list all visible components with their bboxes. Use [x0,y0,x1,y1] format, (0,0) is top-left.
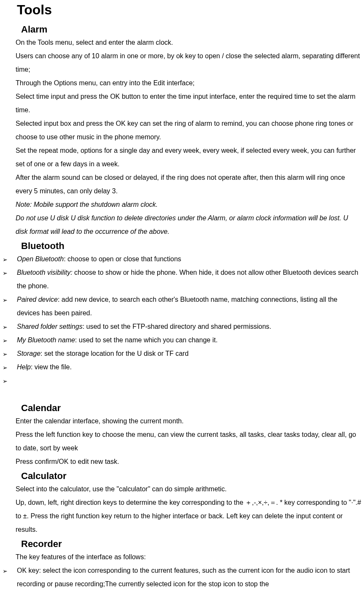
calendar-section-title: Calendar [0,401,364,414]
bullet-text: OK key: select the icon corresponding to… [17,564,364,591]
bullet-text: My Bluetooth name: used to set the name … [17,333,220,347]
bullet-text: Help: view the file. [17,360,74,374]
recorder-section-title: Recorder [0,536,364,550]
bluetooth-list-item: ➢ Storage: set the storage location for … [0,347,364,360]
alarm-paragraph: On the Tools menu, select and enter the … [0,36,364,49]
bluetooth-section-title: Bluetooth [0,238,364,252]
bullet-text: Storage: set the storage location for th… [17,347,191,360]
bluetooth-list-item: ➢ Paired device: add new device, to sear… [0,293,364,320]
alarm-paragraph: Selected input box and press the OK key … [0,117,364,144]
bullet-text: Open Bluetooth: choose to open or close … [17,252,183,266]
calculator-paragraph: Select into the calculator, use the "cal… [0,482,364,496]
bullet-text: Bluetooth visibility: choose to show or … [17,266,364,293]
calendar-paragraph: Enter the calendar interface, showing th… [0,414,364,428]
alarm-paragraph: Select time input and press the OK butto… [0,90,364,117]
alarm-section-title: Alarm [0,22,364,36]
bullet-icon: ➢ [3,564,17,577]
bluetooth-list-item: ➢ My Bluetooth name: used to set the nam… [0,333,364,347]
bullet-text: Paired device: add new device, to search… [17,293,364,320]
alarm-paragraph: Users can choose any of 10 alarm in one … [0,49,364,76]
bullet-icon: ➢ [3,347,17,360]
bluetooth-list-item-empty: ➢ [0,374,364,387]
alarm-paragraph: After the alarm sound can be closed or d… [0,171,364,198]
bullet-icon: ➢ [3,374,17,387]
bullet-icon: ➢ [3,360,17,374]
bluetooth-list-item: ➢ Open Bluetooth: choose to open or clos… [0,252,364,266]
bullet-text: Shared folder settings: used to set the … [17,320,273,333]
alarm-paragraph: Through the Options menu, can entry into… [0,76,364,90]
recorder-paragraph: The key features of the interface as fol… [0,550,364,564]
bluetooth-list-item: ➢ Shared folder settings: used to set th… [0,320,364,333]
bluetooth-list-item: ➢ Bluetooth visibility: choose to show o… [0,266,364,293]
bullet-icon: ➢ [3,293,17,306]
bluetooth-list-item: ➢ Help: view the file. [0,360,364,374]
recorder-list-item: ➢ OK key: select the icon corresponding … [0,564,364,591]
bullet-icon: ➢ [3,320,17,333]
calculator-paragraph: Up, down, left, right direction keys to … [0,496,364,536]
calendar-paragraph: Press confirm/OK to edit new task. [0,455,364,468]
bullet-icon: ➢ [3,333,17,347]
main-title: Tools [0,0,364,22]
alarm-paragraph: Set the repeat mode, options for a singl… [0,144,364,171]
alarm-note: Note: Mobile support the shutdown alarm … [0,198,364,211]
calculator-section-title: Calculator [0,468,364,482]
bullet-icon: ➢ [3,266,17,279]
calendar-paragraph: Press the left function key to choose th… [0,428,364,455]
alarm-note: Do not use U disk U disk function to del… [0,211,364,238]
bullet-icon: ➢ [3,252,17,265]
